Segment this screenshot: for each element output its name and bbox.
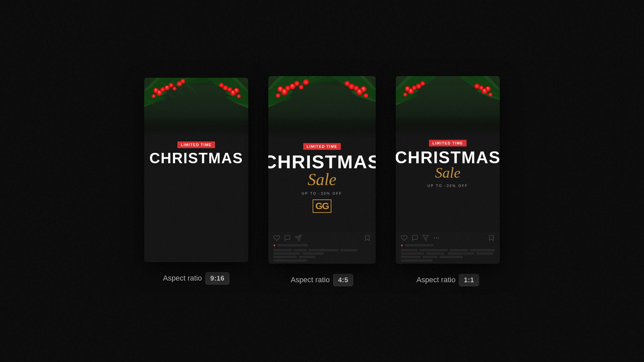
card-inner-11: LIMITED TIME CHRISTMAS Sale UP TO -30% O… — [396, 76, 500, 264]
svg-point-37 — [166, 86, 168, 87]
svg-point-36 — [155, 88, 157, 90]
svg-point-117 — [420, 81, 425, 86]
likes-bar-11 — [405, 244, 433, 246]
card-wrapper-45: LIMITED TIME CHRISTMAS Sale UP TO -30% O… — [268, 76, 376, 286]
cards-container: LIMITED TIME CHRISTMAS Sale UP TO -30% O… — [144, 76, 500, 286]
comment-icon-45 — [284, 235, 291, 241]
svg-point-96 — [358, 89, 361, 92]
bookmark-icon-11 — [488, 235, 495, 241]
svg-point-93 — [364, 93, 368, 98]
discount-text-45: UP TO -30% OFF — [302, 192, 342, 195]
svg-point-115 — [403, 93, 407, 97]
card-inner-45: LIMITED TIME CHRISTMAS Sale UP TO -30% O… — [268, 76, 376, 264]
christmas-title-11: CHRISTMAS — [396, 149, 500, 166]
svg-point-131 — [488, 93, 492, 97]
caption-45 — [273, 249, 371, 258]
svg-point-119 — [407, 87, 408, 88]
insta-icons-row-45 — [273, 235, 371, 241]
svg-point-91 — [361, 86, 367, 92]
aspect-badge-45: 4:5 — [333, 274, 353, 286]
likes-row-11: ♥ — [401, 243, 495, 247]
card-wrapper-916: LIMITED TIME CHRISTMAS Sale UP TO -30% O… — [144, 78, 248, 285]
svg-point-130 — [479, 85, 484, 90]
svg-point-54 — [232, 91, 234, 93]
svg-rect-135 — [396, 115, 500, 135]
svg-point-138 — [436, 238, 437, 238]
svg-point-49 — [234, 88, 239, 93]
svg-rect-98 — [268, 116, 376, 138]
insta-left-icons-11 — [401, 235, 440, 241]
svg-point-113 — [405, 86, 410, 92]
card-content-916: LIMITED TIME CHRISTMAS Sale UP TO -30% O… — [144, 136, 248, 262]
aspect-badge-11: 1:1 — [459, 274, 479, 286]
aspect-label-45: Aspect ratio 4:5 — [291, 274, 354, 286]
svg-point-28 — [160, 87, 165, 92]
svg-point-118 — [410, 89, 412, 91]
svg-point-27 — [153, 88, 159, 93]
aspect-badge-916: 9:16 — [205, 272, 229, 285]
card-content-11: LIMITED TIME CHRISTMAS Sale UP TO -30% O… — [396, 135, 500, 232]
svg-rect-56 — [144, 116, 248, 136]
comment-icon-11 — [412, 235, 418, 241]
sale-script-11: Sale — [435, 164, 461, 181]
christmas-decoration-916 — [144, 78, 248, 136]
logo-icon-45: GG — [313, 199, 331, 213]
svg-point-81 — [291, 84, 293, 86]
card-inner-916: LIMITED TIME CHRISTMAS Sale UP TO -30% O… — [144, 78, 248, 262]
aspect-ratio-text-11: Aspect ratio — [417, 276, 455, 284]
aspect-ratio-text-45: Aspect ratio — [291, 276, 330, 284]
christmas-decoration-45 — [268, 76, 376, 138]
limited-time-badge-916: LIMITED TIME — [177, 141, 215, 148]
svg-point-133 — [483, 89, 485, 91]
comment-bar-45 — [273, 259, 371, 262]
discount-text-11: UP TO -30% OFF — [428, 184, 468, 188]
svg-point-129 — [485, 86, 491, 92]
svg-point-79 — [283, 89, 285, 92]
svg-point-97 — [362, 87, 364, 89]
svg-point-34 — [180, 79, 185, 83]
svg-point-77 — [299, 85, 304, 89]
insta-actions-45: ♥ — [268, 232, 376, 264]
svg-point-95 — [344, 81, 350, 86]
heart-filled-11: ♥ — [401, 243, 403, 247]
svg-point-35 — [158, 91, 160, 93]
insta-icons-row-11 — [401, 235, 495, 241]
svg-point-137 — [434, 238, 435, 238]
insta-actions-11: ♥ — [396, 232, 500, 264]
aspect-label-11: Aspect ratio 1:1 — [417, 274, 479, 286]
svg-point-132 — [474, 83, 480, 89]
card-content-45: LIMITED TIME CHRISTMAS Sale UP TO -30% O… — [268, 138, 376, 232]
likes-bar-45 — [277, 244, 308, 246]
svg-point-50 — [227, 87, 232, 92]
svg-point-72 — [277, 86, 283, 92]
aspect-label-916: Aspect ratio 9:16 — [163, 272, 229, 285]
svg-point-53 — [219, 83, 224, 87]
card-45: LIMITED TIME CHRISTMAS Sale UP TO -30% O… — [268, 76, 376, 264]
card-11: LIMITED TIME CHRISTMAS Sale UP TO -30% O… — [396, 76, 500, 264]
christmas-title-45: CHRISTMAS — [268, 153, 376, 171]
christmas-decoration-11 — [396, 76, 500, 135]
comment-bar-11 — [401, 259, 495, 262]
filter-icon-11 — [422, 235, 429, 241]
bookmark-icon-45 — [364, 235, 371, 241]
svg-point-80 — [279, 87, 281, 89]
svg-point-51 — [237, 94, 241, 98]
svg-point-76 — [294, 81, 300, 86]
svg-point-139 — [438, 238, 439, 238]
heart-filled-45: ♥ — [273, 243, 276, 247]
limited-time-badge-45: LIMITED TIME — [303, 143, 340, 150]
svg-point-134 — [487, 87, 489, 88]
aspect-ratio-text-916: Aspect ratio — [163, 274, 202, 283]
christmas-title-916: CHRISTMAS — [144, 151, 248, 262]
limited-time-badge-11: LIMITED TIME — [429, 140, 466, 146]
svg-point-29 — [152, 94, 156, 98]
caption-11 — [401, 249, 495, 258]
svg-point-74 — [276, 93, 280, 98]
card-916: LIMITED TIME CHRISTMAS Sale UP TO -30% O… — [144, 78, 248, 262]
insta-left-icons-45 — [273, 235, 302, 241]
heart-icon-45 — [273, 235, 280, 241]
sale-script-45: Sale — [308, 170, 336, 189]
svg-point-32 — [172, 86, 176, 90]
svg-point-31 — [169, 83, 173, 87]
card-wrapper-11: LIMITED TIME CHRISTMAS Sale UP TO -30% O… — [396, 76, 500, 286]
